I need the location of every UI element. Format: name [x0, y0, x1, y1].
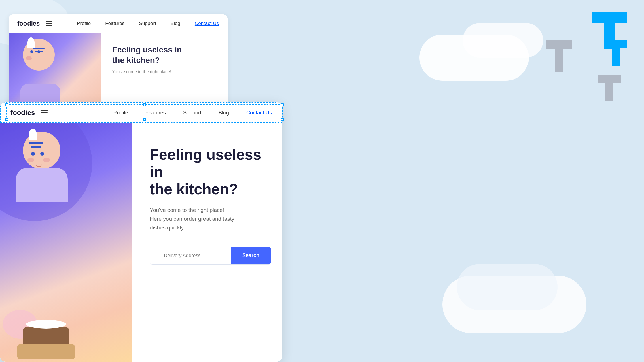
card-back-text-area: Feeling useless in the kitchen? You've c… [101, 33, 228, 107]
card-back-subtext: You've come to the right place! [112, 69, 216, 74]
card-back-nav-blog[interactable]: Blog [171, 21, 180, 27]
card-back-nav-features[interactable]: Features [105, 21, 124, 27]
cloud-bottom-right-2 [457, 264, 558, 310]
card-back-headline: Feeling useless in the kitchen? [112, 45, 216, 66]
card-back-content: Feeling useless in the kitchen? You've c… [9, 33, 228, 107]
card-back-nav-profile[interactable]: Profile [77, 21, 91, 27]
card-front-hamburger-icon[interactable] [41, 110, 48, 115]
search-input-wrapper: 📍 [150, 247, 231, 264]
card-background: foodies Profile Features Support Blog Co… [9, 14, 228, 107]
card-front-logo: foodies [10, 109, 35, 117]
cloud-top-right-2 [463, 23, 543, 58]
card-back-nav-support[interactable]: Support [139, 21, 156, 27]
card-front-body: Feeling useless in the kitchen? You've c… [0, 123, 282, 362]
card-front-nav-links: Profile Features Support Blog Contact Us [113, 110, 272, 116]
t-icon-gray-small [598, 75, 621, 101]
card-back-navbar: foodies Profile Features Support Blog Co… [9, 14, 228, 33]
t-shapes-container [546, 12, 627, 112]
delivery-address-input[interactable] [150, 247, 231, 264]
t-icon-blue-small [605, 40, 627, 66]
card-front-headline: Feeling useless in the kitchen? [150, 146, 271, 198]
t-icon-gray-medium [546, 40, 572, 72]
card-front-nav-contact[interactable]: Contact Us [246, 110, 272, 116]
card-front-navbar: foodies Profile Features Support Blog Co… [0, 102, 282, 123]
card-back-nav-contact[interactable]: Contact Us [195, 21, 219, 27]
card-front-illustration [0, 123, 132, 362]
card-foreground: foodies Profile Features Support Blog Co… [0, 102, 282, 362]
card-front-nav-features[interactable]: Features [145, 110, 166, 116]
card-back-logo: foodies [17, 20, 40, 27]
card-front-nav-support[interactable]: Support [183, 110, 201, 116]
card-back-hamburger-icon[interactable] [46, 21, 52, 26]
card-back-illustration [9, 33, 101, 107]
search-row: 📍 Search [150, 247, 271, 265]
search-button[interactable]: Search [231, 247, 271, 264]
card-front-nav-blog[interactable]: Blog [219, 110, 229, 116]
card-front-nav-profile[interactable]: Profile [113, 110, 128, 116]
card-front-subtext: You've come to the right place!Here you … [150, 206, 271, 232]
card-back-nav-links: Profile Features Support Blog Contact Us [77, 21, 219, 27]
card-front-text-area: Feeling useless in the kitchen? You've c… [132, 123, 282, 362]
